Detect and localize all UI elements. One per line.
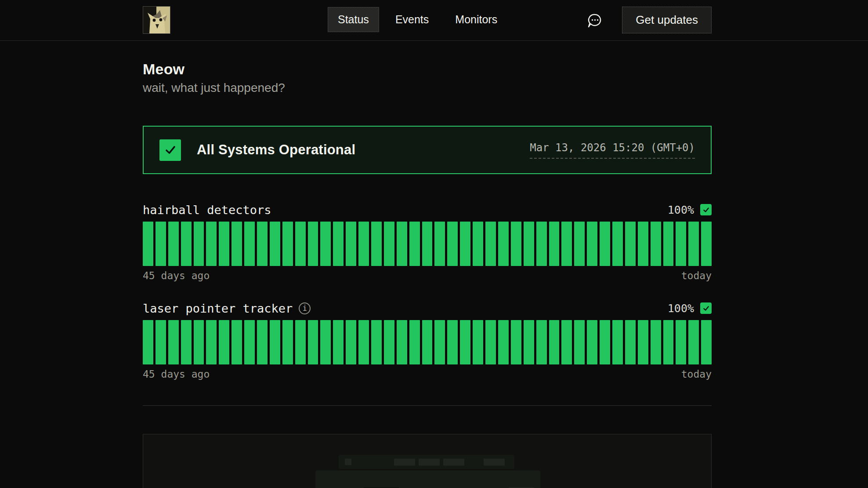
uptime-bar[interactable] bbox=[422, 320, 433, 364]
uptime-bar[interactable] bbox=[358, 222, 369, 266]
uptime-bar[interactable] bbox=[561, 222, 572, 266]
uptime-bar[interactable] bbox=[676, 222, 686, 266]
uptime-bar[interactable] bbox=[384, 320, 394, 364]
uptime-bar[interactable] bbox=[625, 320, 636, 364]
uptime-bar[interactable] bbox=[168, 320, 179, 364]
tab-monitors[interactable]: Monitors bbox=[445, 7, 507, 32]
get-updates-button[interactable]: Get updates bbox=[622, 7, 712, 33]
uptime-bar[interactable] bbox=[651, 320, 661, 364]
uptime-bar[interactable] bbox=[231, 320, 242, 364]
uptime-bar[interactable] bbox=[511, 222, 521, 266]
uptime-bar[interactable] bbox=[397, 320, 407, 364]
uptime-bar[interactable] bbox=[320, 222, 331, 266]
uptime-bar[interactable] bbox=[346, 222, 356, 266]
uptime-bar[interactable] bbox=[536, 222, 547, 266]
uptime-bar[interactable] bbox=[663, 222, 674, 266]
uptime-bar[interactable] bbox=[143, 320, 153, 364]
info-icon[interactable]: i bbox=[299, 302, 311, 314]
uptime-bar[interactable] bbox=[612, 222, 623, 266]
uptime-bar[interactable] bbox=[549, 222, 560, 266]
uptime-bar[interactable] bbox=[473, 222, 483, 266]
uptime-bar[interactable] bbox=[308, 222, 318, 266]
status-banner-title: All Systems Operational bbox=[197, 142, 530, 158]
uptime-bar[interactable] bbox=[206, 320, 217, 364]
uptime-bar[interactable] bbox=[333, 222, 344, 266]
uptime-bar[interactable] bbox=[295, 222, 306, 266]
uptime-bar[interactable] bbox=[511, 320, 521, 364]
uptime-bar[interactable] bbox=[625, 222, 636, 266]
uptime-bar[interactable] bbox=[270, 320, 280, 364]
uptime-bar[interactable] bbox=[358, 320, 369, 364]
uptime-bar[interactable] bbox=[156, 320, 166, 364]
uptime-bar[interactable] bbox=[320, 320, 331, 364]
uptime-bar[interactable] bbox=[473, 320, 483, 364]
uptime-bar[interactable] bbox=[168, 222, 179, 266]
uptime-bar[interactable] bbox=[651, 222, 661, 266]
uptime-bar[interactable] bbox=[219, 320, 229, 364]
uptime-bar[interactable] bbox=[587, 320, 597, 364]
uptime-bar[interactable] bbox=[295, 320, 306, 364]
uptime-bar[interactable] bbox=[676, 320, 686, 364]
uptime-bar[interactable] bbox=[524, 320, 534, 364]
uptime-bar[interactable] bbox=[194, 222, 204, 266]
uptime-bar[interactable] bbox=[524, 222, 534, 266]
uptime-bar[interactable] bbox=[536, 320, 547, 364]
uptime-bar[interactable] bbox=[701, 320, 712, 364]
uptime-bar[interactable] bbox=[498, 320, 509, 364]
uptime-bar[interactable] bbox=[257, 320, 268, 364]
uptime-bar[interactable] bbox=[574, 222, 585, 266]
uptime-bar[interactable] bbox=[409, 222, 420, 266]
uptime-bar[interactable] bbox=[257, 222, 268, 266]
tab-events[interactable]: Events bbox=[385, 7, 439, 32]
uptime-bar[interactable] bbox=[434, 320, 445, 364]
uptime-bar[interactable] bbox=[612, 320, 623, 364]
uptime-bar[interactable] bbox=[181, 222, 192, 266]
uptime-bar[interactable] bbox=[270, 222, 280, 266]
uptime-bar[interactable] bbox=[574, 320, 585, 364]
uptime-bar[interactable] bbox=[333, 320, 344, 364]
uptime-bar[interactable] bbox=[371, 320, 382, 364]
uptime-bar[interactable] bbox=[397, 222, 407, 266]
uptime-bar[interactable] bbox=[447, 320, 458, 364]
uptime-bar[interactable] bbox=[156, 222, 166, 266]
uptime-bar[interactable] bbox=[219, 222, 229, 266]
uptime-bar[interactable] bbox=[561, 320, 572, 364]
uptime-bar[interactable] bbox=[143, 222, 153, 266]
uptime-bar[interactable] bbox=[206, 222, 217, 266]
uptime-bar[interactable] bbox=[282, 320, 293, 364]
uptime-bar[interactable] bbox=[409, 320, 420, 364]
uptime-bar[interactable] bbox=[460, 222, 470, 266]
uptime-bar[interactable] bbox=[434, 222, 445, 266]
uptime-bar[interactable] bbox=[371, 222, 382, 266]
uptime-bar[interactable] bbox=[460, 320, 470, 364]
uptime-bar[interactable] bbox=[549, 320, 560, 364]
uptime-bar[interactable] bbox=[688, 222, 699, 266]
uptime-bar[interactable] bbox=[498, 222, 509, 266]
uptime-bar[interactable] bbox=[181, 320, 192, 364]
uptime-bar[interactable] bbox=[485, 222, 496, 266]
chat-feedback-button[interactable] bbox=[587, 13, 603, 29]
uptime-bar[interactable] bbox=[688, 320, 699, 364]
site-logo[interactable] bbox=[143, 6, 170, 34]
uptime-bar[interactable] bbox=[600, 222, 610, 266]
uptime-bar[interactable] bbox=[244, 320, 255, 364]
uptime-bar[interactable] bbox=[346, 320, 356, 364]
monitor-status-check-icon bbox=[700, 204, 712, 215]
uptime-bar[interactable] bbox=[244, 222, 255, 266]
uptime-bar[interactable] bbox=[638, 320, 648, 364]
status-timestamp[interactable]: Mar 13, 2026 15:20 (GMT+0) bbox=[530, 142, 695, 159]
uptime-bar[interactable] bbox=[308, 320, 318, 364]
tab-status[interactable]: Status bbox=[328, 7, 379, 32]
uptime-bar[interactable] bbox=[384, 222, 394, 266]
uptime-bar[interactable] bbox=[600, 320, 610, 364]
uptime-bar[interactable] bbox=[701, 222, 712, 266]
uptime-bar[interactable] bbox=[231, 222, 242, 266]
uptime-bar[interactable] bbox=[422, 222, 433, 266]
uptime-bar[interactable] bbox=[485, 320, 496, 364]
uptime-bar[interactable] bbox=[663, 320, 674, 364]
uptime-bar[interactable] bbox=[638, 222, 648, 266]
uptime-bar[interactable] bbox=[194, 320, 204, 364]
uptime-bar[interactable] bbox=[447, 222, 458, 266]
uptime-bar[interactable] bbox=[282, 222, 293, 266]
uptime-bar[interactable] bbox=[587, 222, 597, 266]
